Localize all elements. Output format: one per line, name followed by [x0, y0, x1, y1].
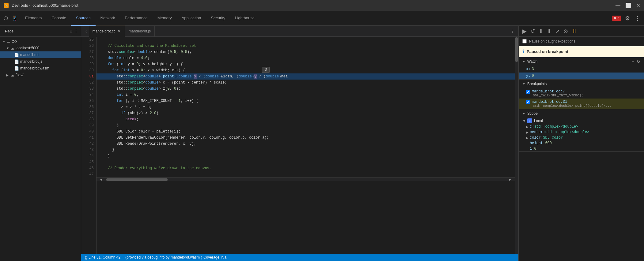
code-line-40: SDL_Color color = palette[i];: [97, 129, 515, 135]
scope-i-val: 0: [534, 147, 536, 151]
line-num-29: 29: [81, 61, 96, 67]
tab-sources[interactable]: Sources: [71, 11, 96, 26]
watch-arrow: ▼: [522, 60, 525, 63]
line-num-45: 45: [81, 159, 96, 165]
status-bar: {} Line 31, Column 42 (provided via debu…: [81, 254, 518, 261]
line-num-31[interactable]: 31: [81, 73, 96, 80]
scope-c-type: std::complex<double>: [534, 125, 578, 129]
tree-item-mandelbrot-js[interactable]: ▶ 📄 mandelbrot.js: [0, 58, 81, 65]
tab-console[interactable]: Console: [47, 11, 71, 26]
code-area: 25 26 27 28 29 30 31 32 33 34 35 36 37 3…: [81, 37, 518, 254]
inspect-icon[interactable]: ⬡: [2, 14, 9, 22]
debug-toolbar: ▶ ↺ ⬇ ⬆ ↗ ⊘ ⏸: [519, 26, 644, 37]
error-count: 4: [618, 17, 619, 20]
window-controls: — ⬜ ✕: [616, 2, 640, 8]
code-line-39: }: [97, 122, 515, 129]
breakpoint-2-checkbox[interactable]: [526, 100, 530, 104]
watch-x-value: 3: [532, 67, 534, 71]
breakpoint-1-checkbox[interactable]: [526, 90, 530, 94]
more-button[interactable]: ⋮: [634, 14, 642, 23]
scope-local-header[interactable]: ▼ L Local: [519, 118, 644, 124]
tree-item-mandelbrot-cc[interactable]: ▶ 📄 mandelbrot: [0, 51, 81, 58]
minimize-button[interactable]: —: [616, 2, 620, 8]
scroll-left-button[interactable]: ◀: [97, 178, 106, 181]
breakpoint-item-2: mandelbrot.cc:31 std::complex<double> po…: [519, 99, 644, 109]
pause-exceptions-checkbox[interactable]: [522, 39, 527, 43]
code-line-26: // Calculate and draw the Mandelbrot set…: [97, 43, 515, 49]
horizontal-scroll-thumb[interactable]: [106, 178, 168, 181]
close-button[interactable]: ✕: [636, 2, 640, 8]
status-debug-info: (provided via debug info by mandelbrot.w…: [125, 255, 226, 259]
code-line-32: std::complex<double> c = (point - center…: [97, 80, 515, 86]
pause-exceptions-row: Pause on caught exceptions: [519, 37, 644, 46]
watch-add-button[interactable]: +: [632, 59, 634, 64]
code-line-27: std::complex<double> center(0.5, 0.5);: [97, 49, 515, 55]
scope-center-arrow: ▶: [526, 131, 528, 134]
tab-performance[interactable]: Performance: [120, 11, 152, 26]
tab-security[interactable]: Security: [206, 11, 230, 26]
tree-item-mandelbrot-wasm[interactable]: ▶ 📄 mandelbrot.wasm: [0, 65, 81, 72]
format-button[interactable]: {} Line 31, Column 42: [85, 255, 120, 259]
watch-x-name: x:: [526, 67, 530, 71]
editor-tab-mandelbrot-cc[interactable]: mandelbrot.cc ✕: [89, 26, 125, 37]
step-over-button[interactable]: ↺: [529, 27, 536, 35]
sidebar-tab-page[interactable]: Page: [2, 29, 16, 33]
watch-y-name: y:: [526, 74, 530, 78]
scroll-right-button[interactable]: ▶: [506, 178, 515, 181]
status-provided-via: (provided via debug info by: [125, 255, 169, 259]
code-line-29: for (int y = 0; y < height; y++) {: [97, 61, 515, 67]
code-line-47: [97, 171, 515, 177]
tree-item-file[interactable]: ▶ ☁ file://: [0, 72, 81, 78]
device-icon[interactable]: 📱: [10, 14, 19, 22]
top-nav: ⬡ 📱 Elements Console Sources Network Per…: [0, 11, 644, 26]
line-num-38: 38: [81, 116, 96, 122]
step-button[interactable]: ↗: [554, 27, 561, 35]
breakpoints-title: Breakpoints: [527, 82, 640, 86]
resume-button[interactable]: ▶: [521, 27, 528, 35]
code-line-38: break;: [97, 116, 515, 122]
tree-label-mandelbrot-cc: mandelbrot: [20, 53, 39, 57]
settings-button[interactable]: ⚙: [624, 14, 631, 23]
status-coverage: Coverage: n/a: [203, 255, 226, 259]
code-content[interactable]: // Calculate and draw the Mandelbrot set…: [97, 37, 515, 254]
tree-item-top[interactable]: ▼ ▭ top: [0, 38, 81, 45]
title-bar: 🔧 DevTools - localhost:5000/mandelbrot —…: [0, 0, 644, 11]
step-into-button[interactable]: ⬇: [537, 27, 544, 35]
line-num-44: 44: [81, 153, 96, 159]
error-badge[interactable]: ✕ 4: [612, 16, 621, 21]
vertical-scroll-thumb[interactable]: [515, 37, 518, 62]
editor-search-button[interactable]: ⋮: [509, 28, 516, 35]
editor-nav-back[interactable]: ‹: [84, 28, 89, 35]
sidebar-more-button[interactable]: »: [70, 29, 72, 34]
tab-application[interactable]: Application: [177, 11, 206, 26]
error-icon: ✕: [614, 16, 616, 20]
line-num-26: 26: [81, 43, 96, 49]
code-line-43: }: [97, 147, 515, 153]
scope-height-name: height: [530, 141, 543, 145]
maximize-button[interactable]: ⬜: [625, 2, 631, 8]
status-wasm-file[interactable]: mandelbrot.wasm: [171, 255, 200, 259]
horizontal-scrollbar[interactable]: ◀ ▶: [97, 177, 515, 181]
right-panel: ▶ ↺ ⬇ ⬆ ↗ ⊘ ⏸ Pause on caught exceptions…: [518, 26, 644, 261]
editor-tab-mandelbrot-js[interactable]: mandelbrot.js: [125, 26, 155, 37]
step-out-button[interactable]: ⬆: [546, 27, 553, 35]
tab-close-mandelbrot-cc[interactable]: ✕: [117, 29, 121, 34]
code-line-33: std::complex<double> z(0, 0);: [97, 86, 515, 92]
breakpoints-section-header[interactable]: ▼ Breakpoints: [519, 80, 644, 88]
sidebar-options-button[interactable]: ⋮: [74, 28, 78, 34]
pause-button[interactable]: ⏸: [570, 27, 578, 35]
watch-refresh-button[interactable]: ↻: [637, 59, 640, 64]
tab-elements[interactable]: Elements: [20, 11, 47, 26]
watch-section-header[interactable]: ▼ Watch + ↻: [519, 57, 644, 66]
vertical-scrollbar[interactable]: [515, 37, 518, 254]
tab-network[interactable]: Network: [96, 11, 120, 26]
tab-label-mandelbrot-js: mandelbrot.js: [129, 29, 151, 33]
scope-i: ▶ i: 0: [519, 146, 644, 151]
tab-lighthouse[interactable]: Lighthouse: [230, 11, 259, 26]
scope-section-header[interactable]: ▼ Scope: [519, 109, 644, 118]
tab-memory[interactable]: Memory: [153, 11, 177, 26]
scope-arrow: ▼: [522, 112, 525, 115]
scope-height: ▶ height 600: [519, 140, 644, 146]
tree-item-localhost[interactable]: ▼ ☁ localhost:5000: [0, 45, 81, 51]
deactivate-button[interactable]: ⊘: [562, 27, 569, 35]
